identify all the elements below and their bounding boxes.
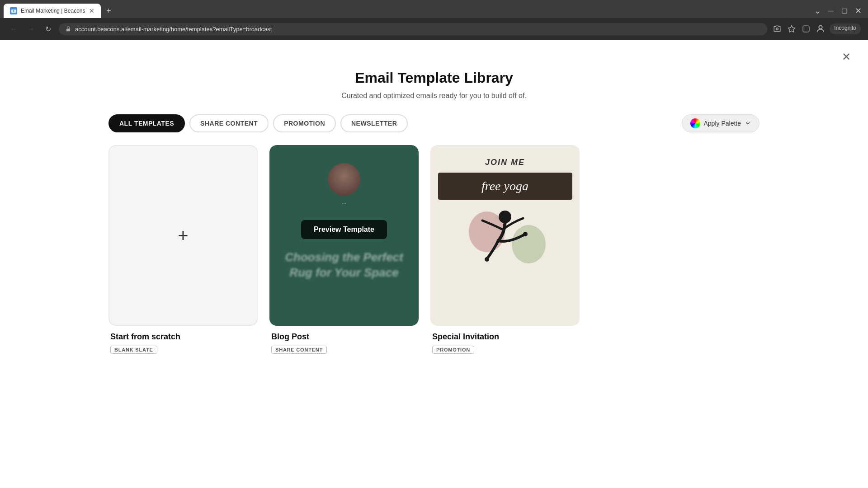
close-btn-row: ✕ <box>0 49 868 70</box>
blank-slate-card[interactable]: + Start from scratch BLANK SLATE <box>108 145 258 357</box>
active-tab[interactable]: 📧 Email Marketing | Beacons ✕ <box>4 4 101 18</box>
invite-card-info: Special Invitation PROMOTION <box>430 326 580 357</box>
blank-slate-thumbnail: + <box>108 145 258 326</box>
svg-rect-0 <box>66 28 70 31</box>
url-bar[interactable]: account.beacons.ai/email-marketing/home/… <box>59 23 767 35</box>
filter-promotion[interactable]: PROMOTION <box>273 114 336 132</box>
star-icon[interactable] <box>786 23 797 34</box>
minimize-button[interactable]: ─ <box>825 5 837 17</box>
cards-row: + Start from scratch BLANK SLATE ··· Pre… <box>0 145 868 357</box>
tab-bar: 📧 Email Marketing | Beacons ✕ + ⌄ ─ □ ✕ <box>0 0 868 18</box>
account-icon[interactable] <box>815 23 826 34</box>
palette-icon <box>690 118 700 128</box>
preview-template-button[interactable]: Preview Template <box>301 220 387 239</box>
free-yoga-banner: free yoga <box>438 173 572 200</box>
svg-point-3 <box>819 26 822 29</box>
join-me-text: JOIN ME <box>485 158 525 167</box>
svg-point-5 <box>485 257 489 262</box>
url-text: account.beacons.ai/email-marketing/home/… <box>75 26 761 33</box>
yoga-figure <box>460 207 550 288</box>
page-subtitle: Curated and optimized emails ready for y… <box>0 92 868 100</box>
window-list-button[interactable]: ⌄ <box>811 5 824 17</box>
invite-tag: PROMOTION <box>432 346 474 354</box>
free-yoga-text: free yoga <box>481 179 528 193</box>
new-tab-button[interactable]: + <box>103 5 115 17</box>
page-header: Email Template Library Curated and optim… <box>0 70 868 100</box>
reload-button[interactable]: ↻ <box>42 23 54 35</box>
blog-post-card-info: Blog Post SHARE CONTENT <box>269 326 419 357</box>
blog-post-card[interactable]: ··· Preview Template Choosing the Perfec… <box>269 145 419 357</box>
tab-title: Email Marketing | Beacons <box>21 8 85 14</box>
tab-close-button[interactable]: ✕ <box>89 7 94 14</box>
window-controls: ⌄ ─ □ ✕ <box>811 5 868 17</box>
blank-slate-card-info: Start from scratch BLANK SLATE <box>108 326 258 357</box>
address-bar: ← → ↻ account.beacons.ai/email-marketing… <box>0 18 868 40</box>
yoga-silhouette <box>469 207 541 284</box>
svg-point-6 <box>523 232 528 236</box>
apply-palette-button[interactable]: Apply Palette <box>682 114 760 132</box>
camera-icon[interactable] <box>772 23 783 34</box>
restore-button[interactable]: □ <box>838 5 851 17</box>
svg-rect-2 <box>803 26 810 32</box>
filter-all-templates[interactable]: ALL TEMPLATES <box>108 114 185 132</box>
special-invitation-card[interactable]: JOIN ME free yoga <box>430 145 580 357</box>
filter-share-content[interactable]: SHARE CONTENT <box>189 114 269 132</box>
page-content: ✕ Email Template Library Curated and opt… <box>0 40 868 375</box>
blank-slate-title: Start from scratch <box>110 332 256 342</box>
svg-point-1 <box>776 28 778 30</box>
invite-title: Special Invitation <box>432 332 578 342</box>
incognito-badge: Incognito <box>830 23 861 34</box>
page-title: Email Template Library <box>0 70 868 86</box>
address-icons: Incognito <box>772 23 861 34</box>
filter-newsletter[interactable]: NEWSLETTER <box>340 114 408 132</box>
blog-body-text: Choosing the Perfect Rug for Your Space <box>269 250 419 281</box>
back-button[interactable]: ← <box>7 23 20 35</box>
lock-icon <box>65 26 71 32</box>
browser-chrome: 📧 Email Marketing | Beacons ✕ + ⌄ ─ □ ✕ … <box>0 0 868 40</box>
blank-slate-tag: BLANK SLATE <box>110 346 157 354</box>
modal-close-button[interactable]: ✕ <box>838 49 854 65</box>
chevron-down-icon <box>745 120 751 127</box>
blog-post-title: Blog Post <box>271 332 417 342</box>
filter-row: ALL TEMPLATES SHARE CONTENT PROMOTION NE… <box>0 114 868 132</box>
svg-point-4 <box>499 211 511 223</box>
apply-palette-label: Apply Palette <box>704 120 741 127</box>
invite-thumbnail: JOIN ME free yoga <box>430 145 580 326</box>
plus-icon: + <box>178 226 188 244</box>
author-avatar <box>328 163 360 196</box>
blog-post-thumbnail: ··· Preview Template Choosing the Perfec… <box>269 145 419 326</box>
avatar-image <box>328 163 360 196</box>
blog-post-tag: SHARE CONTENT <box>271 346 327 354</box>
avatar-label: ··· <box>342 200 346 206</box>
forward-button[interactable]: → <box>24 23 37 35</box>
tab-favicon: 📧 <box>10 7 17 14</box>
tablet-icon[interactable] <box>801 23 811 34</box>
filter-tabs: ALL TEMPLATES SHARE CONTENT PROMOTION NE… <box>108 114 408 132</box>
close-window-button[interactable]: ✕ <box>852 5 864 17</box>
